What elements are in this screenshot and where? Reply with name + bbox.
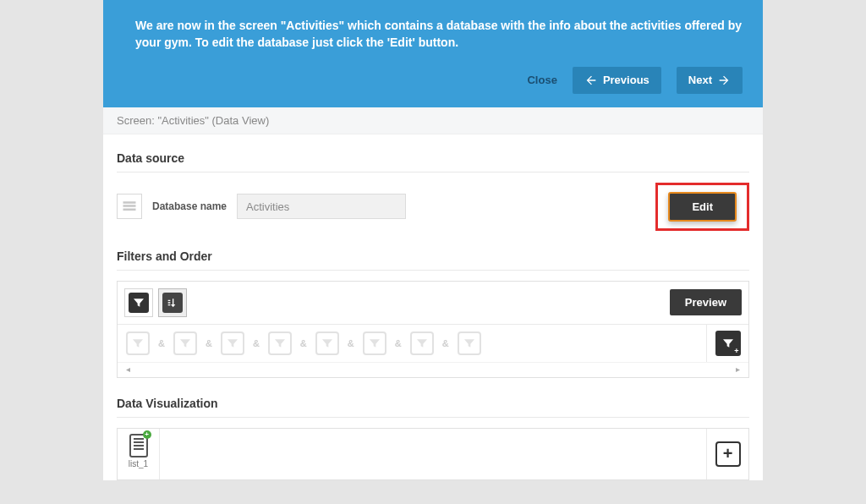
tutorial-banner: We are now in the screen "Activities" wh… <box>103 0 763 107</box>
database-icon <box>117 194 142 219</box>
next-label: Next <box>688 74 712 86</box>
filter-slot[interactable] <box>458 331 481 355</box>
viz-tab-label: list_1 <box>129 459 148 468</box>
preview-button[interactable]: Preview <box>670 289 742 315</box>
previous-button[interactable]: Previous <box>573 67 661 94</box>
and-separator: & <box>200 338 217 348</box>
close-button[interactable]: Close <box>527 74 556 86</box>
list-icon: + <box>129 434 148 457</box>
viz-canvas <box>160 429 706 479</box>
filter-slot[interactable] <box>173 331 197 355</box>
edit-button[interactable]: Edit <box>668 192 737 222</box>
edit-highlight-box: Edit <box>655 183 749 231</box>
scroll-right-icon[interactable]: ▸ <box>736 364 740 374</box>
plus-badge-icon: + <box>143 430 151 439</box>
and-separator: & <box>390 338 407 348</box>
filter-icon <box>721 337 735 350</box>
database-name-label: Database name <box>152 200 227 212</box>
section-title-datasource: Data source <box>117 151 749 165</box>
and-separator: & <box>248 338 265 348</box>
and-separator: & <box>437 338 454 348</box>
and-separator: & <box>343 338 359 348</box>
tab-filter[interactable] <box>124 288 153 317</box>
filter-slots-strip: & & & & & & & <box>118 325 706 362</box>
database-name-field[interactable] <box>237 194 406 219</box>
add-filter-button[interactable]: + <box>715 331 741 356</box>
and-separator: & <box>295 338 312 348</box>
arrow-left-icon <box>584 74 598 87</box>
scroll-indicator: ◂ ▸ <box>118 362 748 377</box>
add-filter-cell: + <box>706 325 748 362</box>
filters-panel: Preview & & & & & & <box>117 281 749 378</box>
section-title-viz: Data Visualization <box>117 397 749 410</box>
plus-badge-icon: + <box>734 347 738 355</box>
viz-add-cell: + <box>706 429 748 479</box>
next-button[interactable]: Next <box>677 67 743 94</box>
viz-tab-list1[interactable]: + list_1 <box>118 429 160 479</box>
filter-slot[interactable] <box>268 331 292 355</box>
filter-slot[interactable] <box>410 331 434 355</box>
sort-icon <box>166 296 179 310</box>
tab-sort[interactable] <box>158 288 187 317</box>
filter-slot[interactable] <box>363 331 386 355</box>
filter-slot[interactable] <box>126 331 150 355</box>
add-viz-button[interactable]: + <box>715 441 741 467</box>
breadcrumb: Screen: "Activities" (Data View) <box>103 107 763 134</box>
section-title-filters: Filters and Order <box>117 249 749 263</box>
previous-label: Previous <box>603 74 650 86</box>
filter-icon <box>132 296 145 310</box>
scroll-left-icon[interactable]: ◂ <box>126 364 130 374</box>
filter-slot[interactable] <box>221 331 244 355</box>
banner-text: We are now in the screen "Activities" wh… <box>135 17 743 52</box>
and-separator: & <box>153 338 170 348</box>
viz-panel: + list_1 + <box>117 428 749 480</box>
filter-slot[interactable] <box>315 331 339 355</box>
arrow-right-icon <box>717 74 731 87</box>
